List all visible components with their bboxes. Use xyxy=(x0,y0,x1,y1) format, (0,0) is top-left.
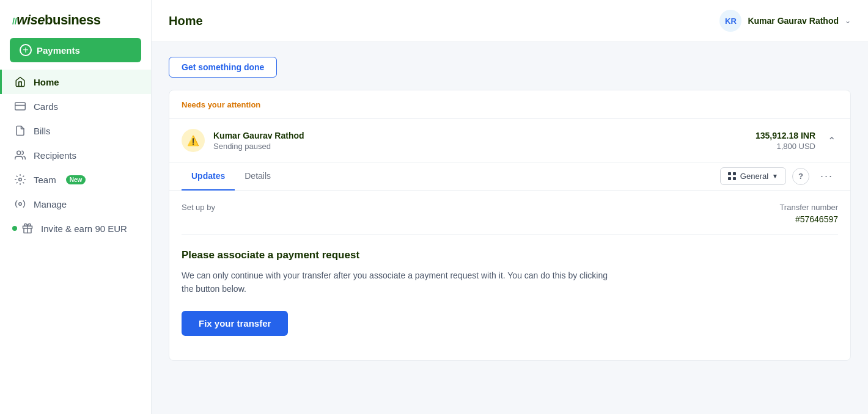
sidebar-item-manage[interactable]: Manage xyxy=(0,192,151,216)
fix-transfer-button[interactable]: Fix your transfer xyxy=(182,311,288,336)
amount-inr: 135,912.18 INR xyxy=(756,131,815,140)
sidebar-item-invite-label: Invite & earn 90 EUR xyxy=(41,223,127,234)
transfer-user-name: Kumar Gaurav Rathod xyxy=(213,131,304,140)
manage-icon xyxy=(14,198,26,210)
svg-rect-0 xyxy=(15,103,26,110)
tab-content: Set up by Transfer number #57646597 Plea… xyxy=(169,191,850,360)
gift-icon xyxy=(21,222,34,234)
payments-button[interactable]: + Payments xyxy=(10,38,141,62)
get-something-done-button[interactable]: Get something done xyxy=(169,57,277,78)
transfer-number-label: Transfer number xyxy=(510,203,838,212)
payments-button-label: Payments xyxy=(37,45,80,56)
avatar: KR xyxy=(719,10,741,32)
setup-by-col: Set up by xyxy=(182,203,510,224)
chevron-down-icon: ⌄ xyxy=(845,16,851,25)
general-dropdown[interactable]: General ▼ xyxy=(720,167,786,185)
transfer-number-value: #57646597 xyxy=(510,214,838,224)
bills-icon xyxy=(14,125,26,137)
sidebar-item-bills-label: Bills xyxy=(34,126,51,136)
transfer-left: ⚠️ Kumar Gaurav Rathod Sending paused xyxy=(182,129,304,152)
grid-icon xyxy=(728,172,737,181)
team-icon xyxy=(14,173,26,186)
transfer-number-col: Transfer number #57646597 xyxy=(510,203,838,224)
associate-title: Please associate a payment request xyxy=(182,249,838,261)
sidebar-item-cards[interactable]: Cards xyxy=(0,94,151,118)
sidebar-item-bills[interactable]: Bills xyxy=(0,118,151,143)
sidebar-item-cards-label: Cards xyxy=(34,101,58,112)
attention-section: Needs your attention ⚠️ Kumar Gaurav Rat… xyxy=(169,90,851,361)
sidebar-item-manage-label: Manage xyxy=(34,199,67,209)
recipients-icon xyxy=(14,149,26,161)
more-options-button[interactable]: ··· xyxy=(815,167,838,185)
sidebar-item-home[interactable]: Home xyxy=(0,70,151,94)
cards-icon xyxy=(14,100,26,112)
home-icon xyxy=(14,76,26,88)
topbar: Home KR Kumar Gaurav Rathod ⌄ xyxy=(152,0,868,42)
sidebar-item-home-label: Home xyxy=(34,77,59,87)
dropdown-chevron-icon: ▼ xyxy=(772,173,778,180)
tab-details[interactable]: Details xyxy=(235,162,281,191)
sidebar-item-team[interactable]: Team New xyxy=(0,167,151,192)
sidebar-nav: Home Cards Bills Recipients xyxy=(0,70,151,241)
transfer-amount: 135,912.18 INR 1,800 USD xyxy=(756,131,815,151)
tabs-right: General ▼ ? ··· xyxy=(720,167,838,185)
sidebar: //wisebusiness + Payments Home Cards Bil… xyxy=(0,0,152,414)
associate-description: We can only continue with your transfer … xyxy=(182,269,609,296)
transfer-right: 135,912.18 INR 1,800 USD ⌃ xyxy=(756,131,838,151)
tab-updates[interactable]: Updates xyxy=(182,162,235,191)
invite-dot xyxy=(12,226,17,231)
team-new-badge: New xyxy=(66,175,86,184)
svg-point-2 xyxy=(17,151,21,154)
tabs-row: Updates Details General xyxy=(169,162,850,191)
user-menu[interactable]: KR Kumar Gaurav Rathod ⌄ xyxy=(719,10,851,32)
transfer-status: Sending paused xyxy=(213,142,304,151)
page-title: Home xyxy=(169,14,203,28)
user-name: Kumar Gaurav Rathod xyxy=(748,16,839,26)
svg-point-3 xyxy=(19,178,22,181)
main-area: Home KR Kumar Gaurav Rathod ⌄ Get someth… xyxy=(152,0,868,414)
content-area: Get something done Needs your attention … xyxy=(152,42,868,414)
tabs-left: Updates Details xyxy=(182,162,281,190)
collapse-button[interactable]: ⌃ xyxy=(825,133,838,149)
svg-point-4 xyxy=(19,203,22,206)
sidebar-item-recipients[interactable]: Recipients xyxy=(0,143,151,167)
general-label: General xyxy=(740,172,768,181)
setup-by-label: Set up by xyxy=(182,203,510,212)
transfer-row[interactable]: ⚠️ Kumar Gaurav Rathod Sending paused 13… xyxy=(169,119,850,162)
sidebar-item-team-label: Team xyxy=(34,175,56,185)
transfer-info: Kumar Gaurav Rathod Sending paused xyxy=(213,131,304,151)
attention-header: Needs your attention xyxy=(169,90,850,119)
help-button[interactable]: ? xyxy=(792,168,809,185)
warning-icon: ⚠️ xyxy=(182,129,205,152)
sidebar-item-recipients-label: Recipients xyxy=(34,150,76,161)
logo: //wisebusiness xyxy=(0,0,151,38)
info-row: Set up by Transfer number #57646597 xyxy=(182,203,838,234)
associate-section: Please associate a payment request We ca… xyxy=(182,249,838,343)
plus-icon: + xyxy=(20,44,32,56)
sidebar-item-invite[interactable]: Invite & earn 90 EUR xyxy=(0,216,151,241)
amount-usd: 1,800 USD xyxy=(756,142,815,151)
attention-label: Needs your attention xyxy=(182,100,260,109)
